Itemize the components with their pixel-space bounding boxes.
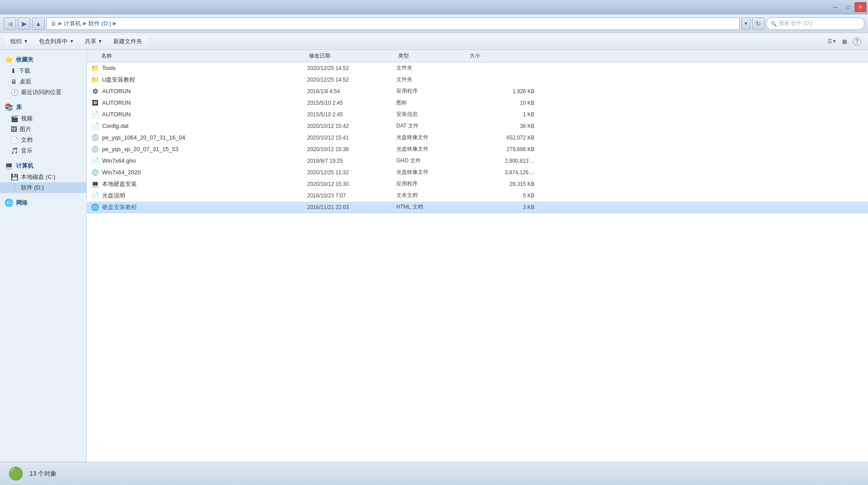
library-header[interactable]: 📚 库 [0,101,86,113]
file-name: AUTORUN [102,99,307,106]
sidebar: ⭐ 收藏夹 ⬇ 下载 🖥 桌面 🕐 最近访问的位置 📚 库 � [0,50,87,462]
file-size: 652,072 KB [468,135,535,141]
back-button[interactable]: ◀ [4,17,16,30]
sidebar-item-music[interactable]: 🎵 音乐 [0,145,86,156]
table-row[interactable]: 💿 Win7x64_2020 2020/12/25 11:32 光盘映像文件 3… [87,167,868,178]
table-row[interactable]: 💻 本地硬盘安装 2020/10/12 15:30 应用程序 28,315 KB [87,178,868,190]
file-type: 光盘映像文件 [396,145,468,153]
sidebar-item-drive-d[interactable]: 💿 软件 (D:) [0,182,86,193]
search-placeholder: 搜索 软件 (D:) [779,20,812,27]
file-date: 2020/10/12 15:41 [307,135,396,141]
music-label: 音乐 [21,147,33,155]
file-name: U盘安装教程 [102,76,307,84]
pictures-label: 图片 [20,125,31,133]
music-icon: 🎵 [11,147,18,154]
view-options: ☰ ▼ ▦ ? [826,36,863,47]
library-icon: 📚 [4,103,13,111]
recent-label: 最近访问的位置 [21,88,62,96]
col-header-type[interactable]: 类型 [398,52,469,60]
network-header[interactable]: 🌐 网络 [0,197,86,209]
view-dropdown-icon: ▼ [832,39,837,44]
minimize-button[interactable]: ─ [830,2,841,12]
search-box[interactable]: 🔍 搜索 软件 (D:) [766,17,864,30]
preview-pane-button[interactable]: ▦ [839,36,850,47]
file-type: 安装信息 [396,111,468,118]
share-button[interactable]: 共享 ▼ [80,35,107,48]
sidebar-item-drive-c[interactable]: 💾 本地磁盘 (C:) [0,172,86,182]
file-type: 应用程序 [396,180,468,188]
computer-label: 计算机 [16,162,33,170]
sidebar-item-downloads[interactable]: ⬇ 下载 [0,66,86,76]
computer-header[interactable]: 💻 计算机 [0,160,86,172]
table-row[interactable]: 📄 Config.dat 2020/10/12 15:42 DAT 文件 36 … [87,120,868,132]
col-header-name[interactable]: 名称 [91,52,309,60]
file-date: 2016/11/21 22:03 [307,204,396,210]
forward-button[interactable]: ▶ [18,17,30,30]
refresh-button[interactable]: ↻ [752,17,765,30]
table-row[interactable]: 📁 Tools 2020/12/25 14:52 文件夹 [87,62,868,74]
documents-icon: 📄 [11,136,18,144]
file-size: 36 KB [468,123,535,129]
path-drive[interactable]: 软件 (D:) [88,20,111,28]
file-name: pe_yqs_xp_20_07_31_15_53 [102,146,307,152]
library-section: 📚 库 🎬 视频 🖼 图片 📄 文档 🎵 音乐 [0,101,86,156]
drive-c-icon: 💾 [11,173,18,181]
file-area: 名称 修改日期 类型 大小 📁 Tools 2020/12/25 14:52 文… [87,50,868,462]
sidebar-item-recent[interactable]: 🕐 最近访问的位置 [0,87,86,98]
help-button[interactable]: ? [851,36,863,47]
view-toggle-button[interactable]: ☰ ▼ [826,36,838,47]
table-row[interactable]: 🖼 AUTORUN 2015/5/10 2:45 图标 10 KB [87,97,868,109]
sidebar-item-pictures[interactable]: 🖼 图片 [0,124,86,135]
file-name: 硬盘安装教程 [102,203,307,211]
new-folder-button[interactable]: 新建文件夹 [108,35,147,48]
file-icon: 📄 [91,110,99,119]
table-row[interactable]: ⚙ AUTORUN 2016/1/8 4:54 应用程序 1,926 KB [87,86,868,97]
maximize-button[interactable]: □ [842,2,854,12]
toolbar: 组织 ▼ 包含到库中 ▼ 共享 ▼ 新建文件夹 ☰ ▼ ▦ ? [0,33,868,50]
sidebar-item-documents[interactable]: 📄 文档 [0,135,86,145]
sidebar-item-desktop[interactable]: 🖥 桌面 [0,76,86,87]
organize-label: 组织 [10,37,22,45]
col-header-size[interactable]: 大小 [469,52,536,60]
archive-button[interactable]: 包含到库中 ▼ [34,35,79,48]
up-button[interactable]: ▲ [32,17,45,30]
file-size: 2,900,813 ... [468,158,535,164]
downloads-label: 下载 [19,67,30,75]
path-computer[interactable]: 计算机 [64,20,81,28]
table-row[interactable]: 💿 pe_yqs_1064_20_07_31_16_04 2020/10/12 … [87,132,868,144]
favorites-header[interactable]: ⭐ 收藏夹 [0,53,86,66]
col-header-date[interactable]: 修改日期 [309,52,398,60]
table-row[interactable]: 📄 Win7x64.gho 2019/9/7 19:25 GHO 文件 2,90… [87,155,868,167]
address-dropdown[interactable]: ▼ [741,17,750,30]
table-row[interactable]: 💿 pe_yqs_xp_20_07_31_15_53 2020/10/12 15… [87,144,868,155]
file-name: Config.dat [102,123,307,129]
file-name: Tools [102,65,307,71]
archive-label: 包含到库中 [39,37,68,45]
favorites-label: 收藏夹 [16,56,33,64]
desktop-label: 桌面 [20,78,31,86]
file-icon: 💻 [91,180,99,189]
table-row[interactable]: 🌐 硬盘安装教程 2016/11/21 22:03 HTML 文档 3 KB [87,201,868,213]
archive-dropdown-icon: ▼ [70,39,74,44]
status-text: 13 个对象 [29,470,57,478]
help-icon: ? [853,37,861,45]
path-separator-1: ▶ [58,21,62,26]
table-row[interactable]: 📄 光盘说明 2016/10/23 7:07 文本文档 5 KB [87,190,868,201]
sidebar-item-video[interactable]: 🎬 视频 [0,113,86,124]
file-date: 2019/9/7 19:25 [307,158,396,164]
organize-dropdown-icon: ▼ [24,39,28,44]
recent-icon: 🕐 [11,89,18,96]
status-icon: 🟢 [7,465,24,482]
file-icon: 💿 [91,168,99,177]
drive-d-label: 软件 (D:) [21,184,44,192]
file-type: 文件夹 [396,76,468,83]
address-path: 🖥 ▶ 计算机 ▶ 软件 (D:) ▶ [46,17,740,30]
table-row[interactable]: 📁 U盘安装教程 2020/12/25 14:52 文件夹 [87,74,868,86]
file-date: 2020/12/25 14:52 [307,65,396,71]
statusbar: 🟢 13 个对象 [0,462,868,485]
file-size: 279,696 KB [468,146,535,152]
table-row[interactable]: 📄 AUTORUN 2015/5/10 2:45 安装信息 1 KB [87,109,868,120]
organize-button[interactable]: 组织 ▼ [5,35,33,48]
close-button[interactable]: ✕ [855,2,866,12]
file-date: 2020/12/25 11:32 [307,169,396,176]
